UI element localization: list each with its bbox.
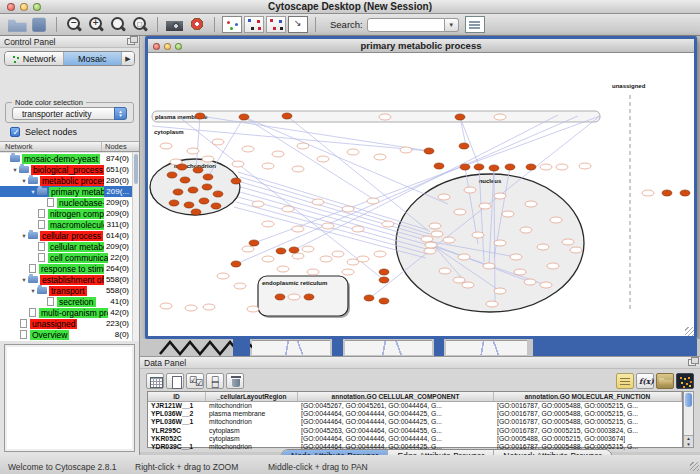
graph-node[interactable] xyxy=(458,254,470,260)
function-icon[interactable] xyxy=(636,373,654,389)
column-header-annotation-go-molecular-function[interactable]: annotation.GO MOLECULAR_FUNCTION xyxy=(494,392,682,401)
select-attributes-icon[interactable] xyxy=(186,373,204,389)
search-dropdown-button[interactable]: ▼ xyxy=(445,18,459,32)
graph-node[interactable] xyxy=(302,246,314,252)
graph-node[interactable] xyxy=(662,190,672,196)
graph-node[interactable] xyxy=(431,231,443,237)
column-header-cellularlayoutregion[interactable]: _cellularLayoutRegion xyxy=(206,392,298,401)
graph-node[interactable] xyxy=(540,164,552,170)
graph-node[interactable] xyxy=(177,164,187,170)
expand-arrow-icon[interactable]: ▼ xyxy=(20,277,28,283)
graph-node[interactable] xyxy=(524,279,536,285)
expand-arrow-icon[interactable]: ▼ xyxy=(11,167,19,173)
column-header-id[interactable]: ID xyxy=(148,392,206,401)
background-window-fragment[interactable] xyxy=(533,339,697,356)
table-scrollbar[interactable]: ▲▼ xyxy=(683,391,694,448)
graph-node[interactable] xyxy=(556,164,568,170)
zoom-out-icon[interactable] xyxy=(64,16,84,33)
graph-node[interactable] xyxy=(364,295,374,301)
float-panel-icon[interactable] xyxy=(127,38,135,45)
tabs-overflow-arrow[interactable]: ▶ xyxy=(122,52,134,65)
network-canvas[interactable]: plasma membranecytoplasmmitochondrionnuc… xyxy=(148,54,694,336)
graph-node[interactable] xyxy=(282,113,292,119)
graph-node[interactable] xyxy=(424,248,436,254)
graph-node[interactable] xyxy=(347,259,359,265)
graph-node[interactable] xyxy=(421,236,433,242)
tree-row-biological-process[interactable]: ▼biological_process651(0) xyxy=(0,164,139,175)
graph-node[interactable] xyxy=(379,269,389,275)
tree-row-cellular-metabo[interactable]: cellular metabo209(0) xyxy=(0,241,139,252)
delete-attribute-icon[interactable] xyxy=(226,373,244,389)
tree-row-multi-organism-pro[interactable]: multi-organism pro42(0) xyxy=(0,307,139,318)
zoom-in-icon[interactable] xyxy=(86,16,106,33)
graph-node[interactable] xyxy=(570,247,582,253)
tree-column-network[interactable]: Network xyxy=(0,142,101,151)
graph-node[interactable] xyxy=(443,237,455,243)
graph-node[interactable] xyxy=(203,304,215,310)
graph-node[interactable] xyxy=(439,268,451,274)
graph-node[interactable] xyxy=(282,206,294,212)
graph-node[interactable] xyxy=(455,114,465,120)
tree-column-nodes[interactable]: Nodes xyxy=(101,142,139,151)
background-window-fragment[interactable] xyxy=(252,340,330,355)
graph-node[interactable] xyxy=(173,189,183,195)
graph-node[interactable] xyxy=(212,139,224,145)
tree-row-cellular-process[interactable]: ▼cellular process614(0) xyxy=(0,230,139,241)
color-attribute-dropdown[interactable]: transporter activity ▲▼ xyxy=(12,107,127,120)
graph-node[interactable] xyxy=(252,201,264,207)
search-input[interactable] xyxy=(367,18,445,32)
matrix-icon[interactable] xyxy=(676,373,694,389)
help-icon[interactable] xyxy=(187,16,207,33)
table-row-ypl036w-1[interactable]: YPL036W__1mitochondrion[GO:0044464, GO:0… xyxy=(148,418,682,426)
graph-node[interactable] xyxy=(234,283,246,289)
tree-row-macromolecule[interactable]: macromolecule311(0) xyxy=(0,219,139,230)
unselect-attributes-icon[interactable] xyxy=(206,373,224,389)
graph-node[interactable] xyxy=(231,178,241,184)
import-icon[interactable] xyxy=(656,373,674,389)
graph-node[interactable] xyxy=(191,209,201,215)
graph-node[interactable] xyxy=(239,114,249,120)
dropdown-stepper-icon[interactable]: ▲▼ xyxy=(114,107,127,120)
tree-row-overview[interactable]: Overview8(0) xyxy=(0,329,139,340)
graph-node[interactable] xyxy=(400,147,412,153)
graph-node[interactable] xyxy=(297,143,309,149)
zoom-icon[interactable] xyxy=(175,43,182,50)
tree-row-metabolic-process[interactable]: ▼metabolic process280(0) xyxy=(0,175,139,186)
background-window-fragment[interactable] xyxy=(446,340,527,355)
graph-node[interactable] xyxy=(460,164,470,170)
table-scrollbar-arrows[interactable]: ▲▼ xyxy=(684,435,693,447)
birds-eye-view[interactable] xyxy=(4,344,135,452)
table-row-ylr295c[interactable]: YLR295Ccytoplasm[GO:0045263, GO:0044464,… xyxy=(148,427,682,435)
graph-node[interactable] xyxy=(288,294,300,300)
close-icon[interactable] xyxy=(153,43,160,50)
tree-row-unassigned[interactable]: unassigned223(0) xyxy=(0,318,139,329)
graph-node[interactable] xyxy=(203,174,213,180)
graph-node[interactable] xyxy=(462,282,474,288)
graph-node[interactable] xyxy=(526,164,536,170)
minimize-icon[interactable] xyxy=(164,43,171,50)
graph-node[interactable] xyxy=(514,269,526,275)
graph-node[interactable] xyxy=(199,198,209,204)
background-window-fragment[interactable] xyxy=(434,339,444,356)
graph-node[interactable] xyxy=(562,239,574,245)
graph-node[interactable] xyxy=(680,190,690,196)
graph-node[interactable] xyxy=(193,167,203,173)
graph-node[interactable] xyxy=(169,200,179,206)
graph-node[interactable] xyxy=(479,203,491,209)
graph-node[interactable] xyxy=(494,114,506,120)
background-window-fragment[interactable] xyxy=(332,339,343,356)
graph-node[interactable] xyxy=(379,277,389,283)
graph-node[interactable] xyxy=(304,294,314,300)
tree-scrollbar[interactable] xyxy=(132,153,139,341)
tree-row-mosaic-demo-yeast[interactable]: mosaic-demo-yeast874(0) xyxy=(0,153,139,164)
graph-node[interactable] xyxy=(242,146,254,152)
graph-node[interactable] xyxy=(188,187,198,193)
graph-node[interactable] xyxy=(217,273,229,279)
graph-node[interactable] xyxy=(464,187,476,193)
graph-node[interactable] xyxy=(320,256,332,262)
graph-node[interactable] xyxy=(547,263,559,269)
graph-node[interactable] xyxy=(379,298,389,304)
graph-node[interactable] xyxy=(317,156,329,162)
zoom-window-button[interactable] xyxy=(33,3,41,11)
graph-node[interactable] xyxy=(486,301,498,307)
